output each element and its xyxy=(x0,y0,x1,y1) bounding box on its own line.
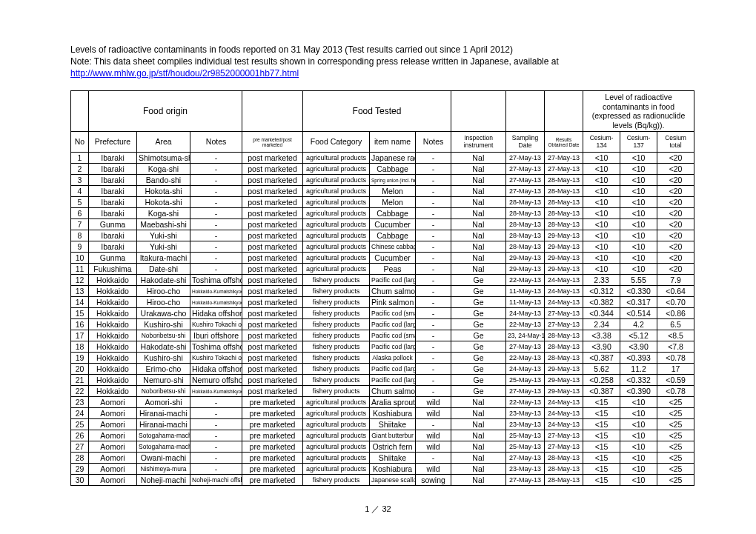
table-row: 1IbarakiShimotsuma-shi-post marketedagri… xyxy=(71,153,694,164)
table-row: 29AomoriNishimeya-mura-pre marketedagric… xyxy=(71,464,694,475)
header-inspection: Inspection instrument xyxy=(451,132,506,153)
table-row: 27AomoriSotogahama-machi-pre marketedagr… xyxy=(71,441,694,453)
table-row: 9IbarakiYuki-shi-post marketedagricultur… xyxy=(71,241,694,253)
table-row: 19HokkaidoKushiro-shiKushiro Tokachi off… xyxy=(71,353,694,364)
table-row: 25AomoriHiranai-machi-pre marketedagricu… xyxy=(71,419,694,430)
header-no: No xyxy=(71,132,89,153)
table-row: 12HokkaidoHakodate-shiToshima offshorepo… xyxy=(71,275,694,286)
table-row: 7GunmaMaebashi-shi-post marketedagricult… xyxy=(71,219,694,230)
table-row: 8IbarakiYuki-shi-post marketedagricultur… xyxy=(71,230,694,241)
header-item-name: item name xyxy=(370,132,416,153)
table-row: 22HokkaidoNoboribetsu-shiHokkaido-Kumais… xyxy=(71,386,694,397)
table-row: 26AomoriSotogahama-machi-pre marketedagr… xyxy=(71,430,694,441)
header-cs134: Cesium-134 xyxy=(583,132,620,153)
table-row: 5IbarakiHokota-shi-post marketedagricult… xyxy=(71,197,694,208)
header-cstotal: Cesium total xyxy=(657,132,694,153)
table-row: 3IbarakiBando-shi-post marketedagricultu… xyxy=(71,175,694,186)
table-row: 2IbarakiKoga-shi-post marketedagricultur… xyxy=(71,164,694,175)
table-row: 11FukushimaDate-shi-post marketedagricul… xyxy=(71,264,694,275)
table-row: 21HokkaidoNemuro-shiNemuro offshorepost … xyxy=(71,375,694,386)
table-row: 24AomoriHiranai-machi-pre marketedagricu… xyxy=(71,408,694,419)
header-level: Level of radioactive contaminants in foo… xyxy=(583,91,694,132)
header-prepost: pre marketed/post marketed xyxy=(242,132,303,153)
table-row: 18HokkaidoHakodate-shiToshima offshorepo… xyxy=(71,341,694,353)
page-footer: 1 ／ 32 xyxy=(70,504,686,515)
header-notes1: Notes xyxy=(190,132,242,153)
table-row: 28AomoriOwani-machi-pre marketedagricult… xyxy=(71,453,694,464)
data-table: Food originFood TestedLevel of radioacti… xyxy=(70,90,694,486)
doc-note: Note: This data sheet compiles individua… xyxy=(70,56,686,67)
table-row: 14HokkaidoHiroo-choHokkaido-Kumaishikyoe… xyxy=(71,297,694,308)
header-food-tested: Food Tested xyxy=(303,91,451,132)
header-notes2: Notes xyxy=(416,132,451,153)
table-row: 10GunmaItakura-machi-post marketedagricu… xyxy=(71,253,694,264)
table-row: 30AomoriNoheji-machiNoheji-machi offshor… xyxy=(71,475,694,486)
doc-title: Levels of radioactive contaminants in fo… xyxy=(70,44,686,55)
source-link[interactable]: http://www.mhlw.go.jp/stf/houdou/2r98520… xyxy=(70,68,299,79)
table-row: 16HokkaidoKushiro-shiKushiro Tokachi off… xyxy=(71,319,694,330)
header-food-category: Food Category xyxy=(303,132,370,153)
table-row: 13HokkaidoHiroo-choHokkaido-Kumaishikyoe… xyxy=(71,286,694,297)
header-cs137: Cesium-137 xyxy=(620,132,657,153)
header-results-date: Results Obtained Date xyxy=(545,132,583,153)
table-row: 23AomoriAomori-shi-pre marketedagricultu… xyxy=(71,397,694,408)
table-row: 15HokkaidoUrakawa-choHidaka offshorepost… xyxy=(71,308,694,319)
table-row: 17HokkaidoNoboribetsu-shiIburi offshorep… xyxy=(71,330,694,341)
header-food-origin: Food origin xyxy=(89,91,242,132)
table-row: 20HokkaidoErimo-choHidaka offshorepost m… xyxy=(71,364,694,375)
header-sampling-date: Sampling Date xyxy=(506,132,545,153)
header-area: Area xyxy=(137,132,190,153)
table-row: 4IbarakiHokota-shi-post marketedagricult… xyxy=(71,186,694,197)
header-prefecture: Prefecture xyxy=(89,132,137,153)
table-row: 6IbarakiKoga-shi-post marketedagricultur… xyxy=(71,208,694,219)
